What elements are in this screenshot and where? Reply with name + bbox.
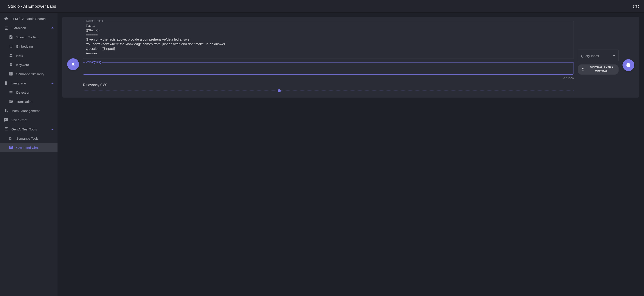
slider-track bbox=[83, 91, 574, 91]
char-count: 0 / 1000 bbox=[83, 77, 574, 80]
sidebar-group-extraction[interactable]: Extraction bbox=[0, 23, 58, 32]
person-icon bbox=[8, 62, 14, 67]
chevron-up-icon bbox=[51, 83, 54, 84]
relevancy-slider[interactable] bbox=[83, 89, 574, 92]
arrow-right-circle-icon bbox=[626, 63, 631, 67]
sidebar-item-label: Index Management bbox=[12, 109, 40, 113]
send-button[interactable] bbox=[622, 59, 634, 71]
sidebar-item-label: Keyword bbox=[16, 63, 29, 67]
sidebar-item-translation[interactable]: Translation bbox=[0, 97, 58, 106]
main-content: System Prompt Facts: {{$facts}} ====== G… bbox=[58, 13, 644, 296]
slider-thumb[interactable] bbox=[278, 89, 281, 92]
query-index-select[interactable]: Query Index bbox=[578, 49, 618, 62]
app-header: Studio - AI Empower Labs bbox=[0, 0, 644, 13]
manage-accounts-icon bbox=[4, 108, 9, 113]
sidebar-item-label: LLM / Semantic Search bbox=[12, 17, 46, 21]
sidebar-item-label: Speech To Text bbox=[16, 35, 39, 39]
system-prompt-label: System Prompt bbox=[86, 19, 105, 22]
refresh-icon bbox=[581, 67, 585, 72]
system-prompt-value[interactable]: Facts: {{$facts}} ====== Given only the … bbox=[86, 23, 571, 56]
sidebar-item-semantic-similarity[interactable]: Semantic Similarity bbox=[0, 69, 58, 78]
upload-button[interactable] bbox=[67, 58, 79, 70]
sidebar-item-label: Extraction bbox=[12, 26, 26, 30]
chevron-up-icon bbox=[51, 27, 54, 28]
sidebar-item-index-management[interactable]: Index Management bbox=[0, 106, 58, 115]
sidebar-item-label: Embedding bbox=[16, 44, 33, 48]
ask-input[interactable] bbox=[86, 65, 571, 72]
ask-label: Ask anything bbox=[86, 60, 102, 64]
audio-file-icon bbox=[8, 34, 14, 40]
sidebar-item-detection[interactable]: Detection bbox=[0, 88, 58, 97]
goggles-icon[interactable] bbox=[633, 4, 639, 8]
sidebar: LLM / Semantic Search Extraction Speech … bbox=[0, 13, 58, 296]
extract-icon bbox=[4, 25, 9, 30]
sidebar-group-language[interactable]: Language bbox=[0, 78, 58, 88]
globe-icon bbox=[8, 99, 14, 104]
query-index-label: Query Index bbox=[581, 54, 599, 58]
sidebar-item-label: Semantic Tools bbox=[16, 137, 38, 140]
sidebar-item-label: Detection bbox=[16, 91, 30, 94]
sidebar-item-llm-search[interactable]: LLM / Semantic Search bbox=[0, 14, 58, 23]
chevron-up-icon bbox=[51, 129, 54, 130]
sidebar-item-label: Gen AI Test Tools bbox=[12, 127, 37, 131]
sign-language-icon bbox=[4, 80, 9, 86]
voice-chat-icon bbox=[4, 117, 9, 123]
search-list-icon bbox=[8, 136, 14, 141]
sidebar-item-speech-to-text[interactable]: Speech To Text bbox=[0, 32, 58, 42]
sidebar-item-label: Voice Chat bbox=[12, 118, 28, 122]
sidebar-item-label: Language bbox=[12, 81, 26, 85]
upload-icon bbox=[70, 62, 76, 67]
system-prompt-field[interactable]: System Prompt Facts: {{$facts}} ====== G… bbox=[83, 21, 574, 59]
sidebar-item-semantic-tools[interactable]: Semantic Tools bbox=[0, 134, 58, 143]
model-label: MIXTRAL 8X7B / MISTRAL bbox=[587, 66, 616, 73]
model-selector[interactable]: MIXTRAL 8X7B / MISTRAL bbox=[578, 64, 618, 74]
sidebar-item-voice-chat[interactable]: Voice Chat bbox=[0, 115, 58, 125]
sidebar-item-keyword[interactable]: Keyword bbox=[0, 60, 58, 69]
sidebar-item-grounded-chat[interactable]: Grounded Chat bbox=[0, 143, 58, 152]
sidebar-item-label: Grounded Chat bbox=[16, 146, 39, 150]
sidebar-item-label: NER bbox=[16, 54, 23, 57]
ask-field[interactable]: Ask anything bbox=[83, 62, 574, 74]
brackets-icon bbox=[8, 44, 14, 49]
sidebar-group-gen-ai[interactable]: Gen AI Test Tools bbox=[0, 125, 58, 134]
person-icon bbox=[8, 53, 14, 58]
sidebar-item-label: Translation bbox=[16, 100, 32, 103]
relevancy-label: Relevancy 0.80 bbox=[83, 83, 574, 87]
sidebar-item-embedding[interactable]: Embedding bbox=[0, 42, 58, 51]
app-title: Studio - AI Empower Labs bbox=[8, 4, 56, 9]
sidebar-item-ner[interactable]: NER bbox=[0, 51, 58, 60]
chat-panel: System Prompt Facts: {{$facts}} ====== G… bbox=[62, 17, 639, 98]
chat-icon bbox=[8, 145, 14, 150]
extract-icon bbox=[4, 126, 9, 132]
home-icon bbox=[4, 16, 9, 21]
list-icon bbox=[8, 90, 14, 95]
sidebar-item-label: Semantic Similarity bbox=[16, 72, 44, 76]
chevron-down-icon bbox=[613, 55, 615, 56]
compare-icon bbox=[8, 71, 14, 76]
